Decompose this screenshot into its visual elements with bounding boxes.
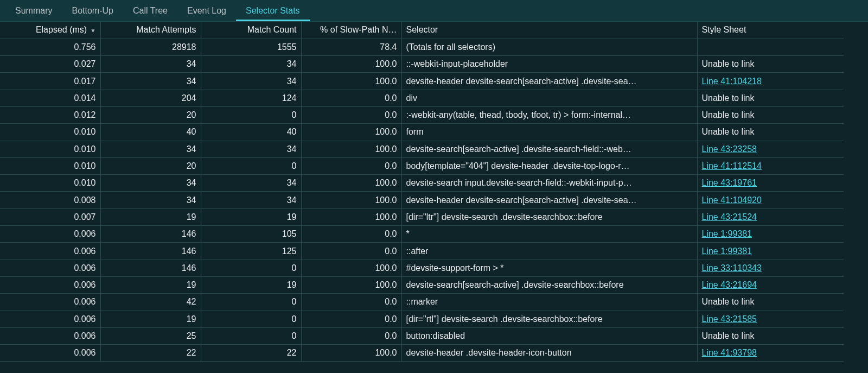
cell-match-count: 0 (201, 294, 301, 311)
cell-match-attempts: 40 (100, 124, 201, 141)
cell-selector: form (401, 124, 697, 141)
cell-match-count: 0 (201, 106, 301, 123)
cell-match-attempts: 34 (100, 73, 201, 90)
cell-match-count: 34 (201, 192, 301, 208)
style-sheet-link[interactable]: Line 1:99381 (702, 246, 752, 256)
table-row[interactable]: 0.0104040100.0formUnable to link (0, 124, 844, 141)
cell-slow-path: 0.0 (301, 157, 401, 174)
cell-slow-path: 100.0 (301, 208, 401, 225)
col-header-style-sheet[interactable]: Style Sheet (697, 22, 844, 39)
cell-elapsed: 0.010 (0, 124, 100, 141)
cell-elapsed: 0.006 (0, 243, 100, 260)
cell-match-count: 19 (201, 208, 301, 225)
cell-elapsed: 0.010 (0, 175, 100, 192)
sort-desc-icon: ▼ (91, 28, 96, 34)
style-sheet-link[interactable]: Line 43:23258 (702, 144, 757, 154)
cell-match-count: 124 (201, 90, 301, 106)
cell-match-count: 0 (201, 157, 301, 174)
table-row[interactable]: 0.0061900.0[dir="rtl"] devsite-search .d… (0, 311, 844, 327)
table-row[interactable]: 0.0103434100.0devsite-search input.devsi… (0, 175, 844, 192)
cell-elapsed: 0.756 (0, 39, 100, 55)
table-row[interactable]: 0.0273434100.0::-webkit-input-placeholde… (0, 56, 844, 73)
style-sheet-link[interactable]: Line 41:93798 (702, 348, 757, 357)
table-row[interactable]: 0.0103434100.0devsite-search[search-acti… (0, 141, 844, 157)
table-row[interactable]: 0.0083434100.0devsite-header devsite-sea… (0, 192, 844, 208)
cell-slow-path: 100.0 (301, 124, 401, 141)
cell-style-sheet: Line 43:19761 (697, 175, 844, 192)
cell-slow-path: 100.0 (301, 345, 401, 362)
table-row[interactable]: 0.0102000.0body[template="404"] devsite-… (0, 157, 844, 174)
cell-elapsed: 0.006 (0, 311, 100, 327)
cell-selector: :-webkit-any(table, thead, tbody, tfoot,… (401, 106, 697, 123)
tab-call-tree[interactable]: Call Tree (123, 1, 177, 21)
style-sheet-link[interactable]: Line 33:110343 (702, 263, 762, 273)
table-row[interactable]: 0.0061919100.0devsite-search[search-acti… (0, 276, 844, 293)
table-row[interactable]: 0.0061461250.0::afterLine 1:99381 (0, 243, 844, 260)
cell-selector: devsite-search[search-active] .devsite-s… (401, 276, 697, 293)
cell-match-attempts: 20 (100, 106, 201, 123)
table-row[interactable]: 0.0071919100.0[dir="ltr"] devsite-search… (0, 208, 844, 225)
table-body: 0.75628918155578.4(Totals for all select… (0, 39, 844, 362)
cell-match-count: 105 (201, 226, 301, 243)
cell-elapsed: 0.006 (0, 294, 100, 311)
cell-elapsed: 0.012 (0, 106, 100, 123)
cell-match-count: 0 (201, 311, 301, 327)
table-row[interactable]: 0.0142041240.0divUnable to link (0, 90, 844, 106)
cell-selector: * (401, 226, 697, 243)
tab-selector-stats[interactable]: Selector Stats (236, 1, 310, 21)
cell-match-count: 19 (201, 276, 301, 293)
col-header-match-attempts[interactable]: Match Attempts (100, 22, 201, 39)
cell-match-count: 34 (201, 141, 301, 157)
cell-style-sheet: Unable to link (697, 124, 844, 141)
cell-style-sheet: Line 1:99381 (697, 226, 844, 243)
table-row[interactable]: 0.0122000.0:-webkit-any(table, thead, tb… (0, 106, 844, 123)
cell-style-sheet: Line 41:112514 (697, 157, 844, 174)
cell-slow-path: 0.0 (301, 226, 401, 243)
col-header-slow-path[interactable]: % of Slow-Path N… (301, 22, 401, 39)
table-row[interactable]: 0.0064200.0::markerUnable to link (0, 294, 844, 311)
cell-elapsed: 0.027 (0, 56, 100, 73)
cell-slow-path: 100.0 (301, 260, 401, 276)
style-sheet-link[interactable]: Line 43:21524 (702, 212, 757, 222)
tab-summary[interactable]: Summary (5, 1, 62, 21)
table-row[interactable]: 0.0061461050.0*Line 1:99381 (0, 226, 844, 243)
cell-selector: ::marker (401, 294, 697, 311)
cell-elapsed: 0.006 (0, 327, 100, 344)
style-sheet-link[interactable]: Line 41:104218 (702, 77, 762, 86)
style-sheet-link[interactable]: Line 1:99381 (702, 229, 752, 238)
table-row[interactable]: 0.0062222100.0devsite-header .devsite-he… (0, 345, 844, 362)
cell-match-count: 0 (201, 327, 301, 344)
cell-style-sheet: Line 41:93798 (697, 345, 844, 362)
cell-elapsed: 0.006 (0, 260, 100, 276)
table-row[interactable]: 0.0061460100.0#devsite-support-form > *L… (0, 260, 844, 276)
table-row[interactable]: 0.0062500.0button:disabledUnable to link (0, 327, 844, 344)
table-row[interactable]: 0.0173434100.0devsite-header devsite-sea… (0, 73, 844, 90)
cell-style-sheet: Line 43:21585 (697, 311, 844, 327)
cell-elapsed: 0.007 (0, 208, 100, 225)
cell-selector: [dir="ltr"] devsite-search .devsite-sear… (401, 208, 697, 225)
cell-style-sheet: Line 41:104218 (697, 73, 844, 90)
style-sheet-link[interactable]: Line 41:112514 (702, 161, 762, 170)
cell-slow-path: 100.0 (301, 175, 401, 192)
cell-match-count: 0 (201, 260, 301, 276)
style-sheet-link[interactable]: Line 43:19761 (702, 178, 757, 187)
cell-match-attempts: 42 (100, 294, 201, 311)
cell-style-sheet: Line 43:21694 (697, 276, 844, 293)
tab-event-log[interactable]: Event Log (177, 1, 236, 21)
col-header-match-count[interactable]: Match Count (201, 22, 301, 39)
cell-selector: body[template="404"] devsite-header .dev… (401, 157, 697, 174)
style-sheet-link[interactable]: Line 41:104920 (702, 195, 762, 205)
cell-match-attempts: 28918 (100, 39, 201, 55)
col-header-elapsed[interactable]: Elapsed (ms) ▼ (0, 22, 100, 39)
cell-style-sheet: Unable to link (697, 294, 844, 311)
table-row[interactable]: 0.75628918155578.4(Totals for all select… (0, 39, 844, 55)
cell-selector: devsite-header devsite-search[search-act… (401, 73, 697, 90)
col-header-selector[interactable]: Selector (401, 22, 697, 39)
style-sheet-link[interactable]: Line 43:21585 (702, 314, 757, 324)
cell-selector: ::-webkit-input-placeholder (401, 56, 697, 73)
tab-bottom-up[interactable]: Bottom-Up (62, 1, 123, 21)
cell-match-attempts: 19 (100, 311, 201, 327)
cell-match-attempts: 34 (100, 192, 201, 208)
cell-match-attempts: 22 (100, 345, 201, 362)
style-sheet-link[interactable]: Line 43:21694 (702, 280, 757, 289)
